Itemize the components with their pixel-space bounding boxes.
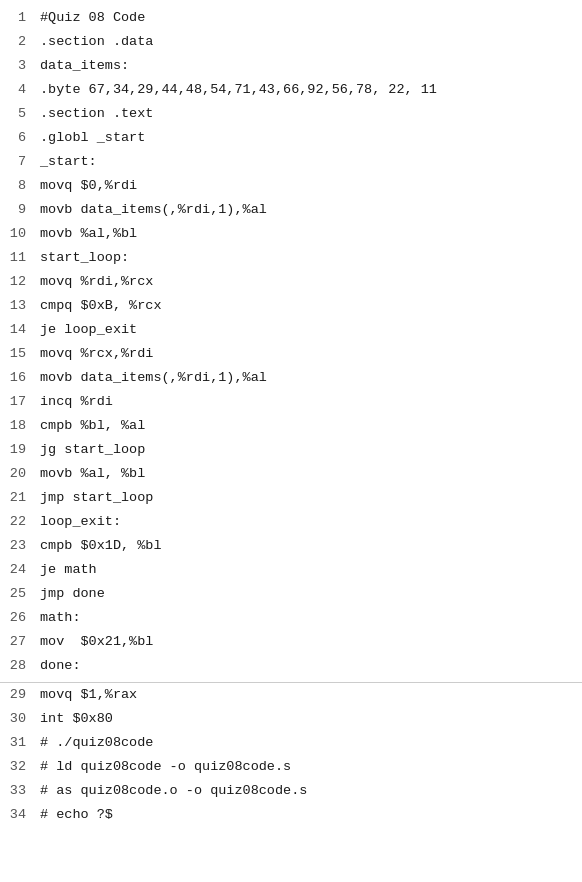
line-number: 9: [0, 200, 32, 219]
code-row: 28done:: [0, 656, 582, 680]
line-number: 7: [0, 152, 32, 171]
line-number: 13: [0, 296, 32, 315]
code-row: 23cmpb $0x1D, %bl: [0, 536, 582, 560]
line-number: 2: [0, 32, 32, 51]
line-content: # echo ?$: [32, 805, 582, 824]
line-number: 12: [0, 272, 32, 291]
line-content: .section .data: [32, 32, 582, 51]
line-number: 22: [0, 512, 32, 531]
code-row: 7_start:: [0, 152, 582, 176]
line-content: .byte 67,34,29,44,48,54,71,43,66,92,56,7…: [32, 80, 582, 99]
line-content: cmpb $0x1D, %bl: [32, 536, 582, 555]
line-content: movb data_items(,%rdi,1),%al: [32, 200, 582, 219]
line-number: 20: [0, 464, 32, 483]
line-number: 27: [0, 632, 32, 651]
line-content: cmpq $0xB, %rcx: [32, 296, 582, 315]
line-content: loop_exit:: [32, 512, 582, 531]
line-content: math:: [32, 608, 582, 627]
code-row: 19jg start_loop: [0, 440, 582, 464]
line-content: # ld quiz08code -o quiz08code.s: [32, 757, 582, 776]
line-content: mov $0x21,%bl: [32, 632, 582, 651]
code-row: 31# ./quiz08code: [0, 733, 582, 757]
code-row: 6.globl _start: [0, 128, 582, 152]
line-number: 5: [0, 104, 32, 123]
code-row: 15movq %rcx,%rdi: [0, 344, 582, 368]
line-content: movb %al,%bl: [32, 224, 582, 243]
code-row: 26math:: [0, 608, 582, 632]
line-content: .section .text: [32, 104, 582, 123]
line-content: .globl _start: [32, 128, 582, 147]
code-row: 24je math: [0, 560, 582, 584]
line-content: cmpb %bl, %al: [32, 416, 582, 435]
code-row: 21jmp start_loop: [0, 488, 582, 512]
line-number: 18: [0, 416, 32, 435]
line-content: je math: [32, 560, 582, 579]
line-number: 19: [0, 440, 32, 459]
line-content: int $0x80: [32, 709, 582, 728]
line-content: movq $0,%rdi: [32, 176, 582, 195]
line-number: 28: [0, 656, 32, 675]
code-row: 34# echo ?$: [0, 805, 582, 829]
line-number: 34: [0, 805, 32, 824]
line-number: 24: [0, 560, 32, 579]
line-number: 8: [0, 176, 32, 195]
code-row: 11start_loop:: [0, 248, 582, 272]
line-content: jmp start_loop: [32, 488, 582, 507]
line-content: movb %al, %bl: [32, 464, 582, 483]
line-number: 33: [0, 781, 32, 800]
line-content: je loop_exit: [32, 320, 582, 339]
line-number: 1: [0, 8, 32, 27]
code-row: 10movb %al,%bl: [0, 224, 582, 248]
line-number: 4: [0, 80, 32, 99]
code-row: 17incq %rdi: [0, 392, 582, 416]
code-row: 5.section .text: [0, 104, 582, 128]
code-row: 16movb data_items(,%rdi,1),%al: [0, 368, 582, 392]
line-content: data_items:: [32, 56, 582, 75]
code-row: 30int $0x80: [0, 709, 582, 733]
line-content: # as quiz08code.o -o quiz08code.s: [32, 781, 582, 800]
code-container: 1#Quiz 08 Code2.section .data3data_items…: [0, 0, 582, 882]
line-number: 21: [0, 488, 32, 507]
line-content: movb data_items(,%rdi,1),%al: [32, 368, 582, 387]
line-number: 26: [0, 608, 32, 627]
code-row: 25jmp done: [0, 584, 582, 608]
code-row: 18cmpb %bl, %al: [0, 416, 582, 440]
code-row: 27mov $0x21,%bl: [0, 632, 582, 656]
line-content: done:: [32, 656, 582, 675]
line-number: 10: [0, 224, 32, 243]
line-content: _start:: [32, 152, 582, 171]
section-divider: [0, 682, 582, 683]
code-row: 1#Quiz 08 Code: [0, 8, 582, 32]
code-row: 32# ld quiz08code -o quiz08code.s: [0, 757, 582, 781]
line-number: 30: [0, 709, 32, 728]
line-content: movq %rdi,%rcx: [32, 272, 582, 291]
code-row: 9movb data_items(,%rdi,1),%al: [0, 200, 582, 224]
line-number: 16: [0, 368, 32, 387]
code-row: 33# as quiz08code.o -o quiz08code.s: [0, 781, 582, 805]
line-content: jg start_loop: [32, 440, 582, 459]
line-content: movq %rcx,%rdi: [32, 344, 582, 363]
line-number: 31: [0, 733, 32, 752]
code-row: 14je loop_exit: [0, 320, 582, 344]
line-number: 32: [0, 757, 32, 776]
code-row: 2.section .data: [0, 32, 582, 56]
code-row: 29movq $1,%rax: [0, 685, 582, 709]
line-content: start_loop:: [32, 248, 582, 267]
code-row: 12movq %rdi,%rcx: [0, 272, 582, 296]
line-number: 17: [0, 392, 32, 411]
code-row: 20movb %al, %bl: [0, 464, 582, 488]
code-row: 22loop_exit:: [0, 512, 582, 536]
code-row: 13cmpq $0xB, %rcx: [0, 296, 582, 320]
line-number: 29: [0, 685, 32, 704]
line-number: 3: [0, 56, 32, 75]
code-row: 4.byte 67,34,29,44,48,54,71,43,66,92,56,…: [0, 80, 582, 104]
line-number: 6: [0, 128, 32, 147]
line-content: incq %rdi: [32, 392, 582, 411]
line-content: movq $1,%rax: [32, 685, 582, 704]
line-content: #Quiz 08 Code: [32, 8, 582, 27]
line-content: jmp done: [32, 584, 582, 603]
line-number: 14: [0, 320, 32, 339]
code-row: 8movq $0,%rdi: [0, 176, 582, 200]
line-number: 23: [0, 536, 32, 555]
line-number: 11: [0, 248, 32, 267]
